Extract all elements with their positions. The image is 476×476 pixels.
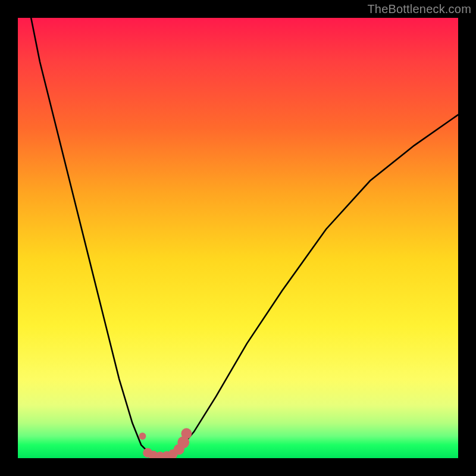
- highlight-markers: [139, 428, 192, 458]
- plot-area: [18, 18, 458, 458]
- bottleneck-curve: [31, 18, 458, 457]
- watermark-text: TheBottleneck.com: [367, 2, 471, 16]
- curve-layer: [18, 18, 458, 458]
- chart-frame: TheBottleneck.com: [0, 0, 476, 476]
- marker-dot: [181, 428, 192, 439]
- marker-dot: [139, 433, 146, 440]
